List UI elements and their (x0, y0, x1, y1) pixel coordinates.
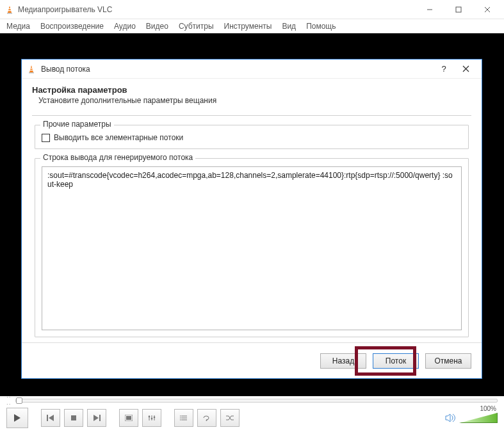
svg-point-19 (149, 416, 150, 418)
window-maximize-button[interactable] (444, 1, 473, 19)
checkbox-box-icon (42, 134, 50, 142)
output-string-textarea[interactable] (42, 166, 462, 330)
volume-slider[interactable]: 100% (459, 412, 498, 424)
menu-video[interactable]: Видео (146, 22, 168, 31)
svg-point-25 (180, 415, 181, 417)
divider (32, 115, 471, 116)
svg-marker-10 (49, 415, 54, 421)
cancel-button[interactable]: Отмена (425, 353, 471, 369)
checkbox-label: Выводить все элементарные потоки (54, 133, 183, 142)
svg-marker-30 (29, 65, 33, 72)
stream-output-dialog: Вывод потока ? Настройка параметров Уста… (21, 59, 482, 379)
menu-media[interactable]: Медиа (6, 22, 30, 31)
group-other-params: Прочие параметры Выводить все элементарн… (35, 125, 469, 149)
play-button[interactable] (6, 408, 28, 428)
back-button[interactable]: Назад (320, 353, 366, 369)
svg-rect-5 (456, 7, 461, 12)
menu-audio[interactable]: Аудио (114, 22, 136, 31)
svg-rect-33 (30, 70, 33, 70)
svg-rect-3 (8, 10, 12, 11)
group-output-string: Строка вывода для генерируемого потока (35, 158, 469, 337)
svg-marker-8 (14, 414, 20, 422)
seek-bar[interactable]: ···· (6, 397, 498, 404)
stop-button[interactable] (64, 409, 83, 427)
shuffle-button[interactable] (220, 409, 240, 427)
svg-rect-13 (99, 415, 101, 421)
bottom-panel: ···· 100% (0, 396, 504, 432)
dialog-close-button[interactable] (455, 60, 476, 78)
menu-tools[interactable]: Инструменты (224, 22, 272, 31)
speaker-icon (445, 413, 457, 422)
vlc-cone-icon (5, 5, 14, 14)
menu-playback[interactable]: Воспроизведение (40, 22, 104, 31)
svg-marker-29 (446, 414, 450, 422)
group-other-legend: Прочие параметры (40, 120, 114, 129)
svg-point-27 (180, 419, 181, 420)
dialog-subheading: Установите дополнительные параметры веща… (38, 96, 471, 105)
prev-button[interactable] (41, 409, 60, 427)
loop-button[interactable] (197, 409, 216, 427)
window-title: Медиапроигрыватель VLC (18, 5, 415, 14)
ext-settings-button[interactable] (142, 409, 161, 427)
main-menubar: Медиа Воспроизведение Аудио Видео Субтит… (0, 19, 504, 33)
dialog-footer: Назад Поток Отмена (22, 342, 482, 378)
fullscreen-button[interactable] (119, 409, 138, 427)
vlc-cone-icon (27, 65, 36, 74)
svg-point-20 (151, 418, 153, 420)
svg-rect-1 (7, 13, 12, 14)
dialog-help-button[interactable]: ? (433, 60, 455, 78)
checkbox-all-elementary-streams[interactable]: Выводить все элементарные потоки (42, 133, 462, 142)
svg-rect-32 (30, 68, 33, 68)
main-titlebar: Медиапроигрыватель VLC (0, 0, 504, 19)
svg-rect-11 (71, 415, 76, 420)
volume-percent: 100% (480, 405, 496, 412)
player-controls: 100% (0, 404, 504, 429)
svg-marker-28 (206, 419, 207, 421)
svg-marker-0 (8, 6, 12, 13)
dialog-title: Вывод потока (41, 65, 433, 74)
dialog-titlebar: Вывод потока ? (22, 60, 482, 79)
svg-rect-2 (8, 8, 11, 9)
svg-marker-12 (93, 415, 99, 421)
next-button[interactable] (87, 409, 106, 427)
menu-help[interactable]: Помощь (306, 22, 336, 31)
svg-rect-31 (29, 72, 34, 74)
svg-rect-9 (47, 415, 48, 421)
stream-button[interactable]: Поток (373, 353, 419, 369)
group-output-legend: Строка вывода для генерируемого потока (40, 153, 195, 162)
window-close-button[interactable] (473, 1, 501, 19)
window-minimize-button[interactable] (415, 1, 444, 19)
volume-control[interactable]: 100% (445, 412, 498, 424)
menu-view[interactable]: Вид (282, 22, 296, 31)
playlist-button[interactable] (174, 409, 193, 427)
menu-subtitles[interactable]: Субтитры (179, 22, 214, 31)
seek-dots-icon: ···· (6, 394, 12, 408)
dialog-heading: Настройка параметров (32, 85, 471, 95)
svg-rect-15 (126, 416, 131, 420)
svg-point-26 (180, 417, 181, 419)
svg-point-21 (154, 417, 156, 419)
